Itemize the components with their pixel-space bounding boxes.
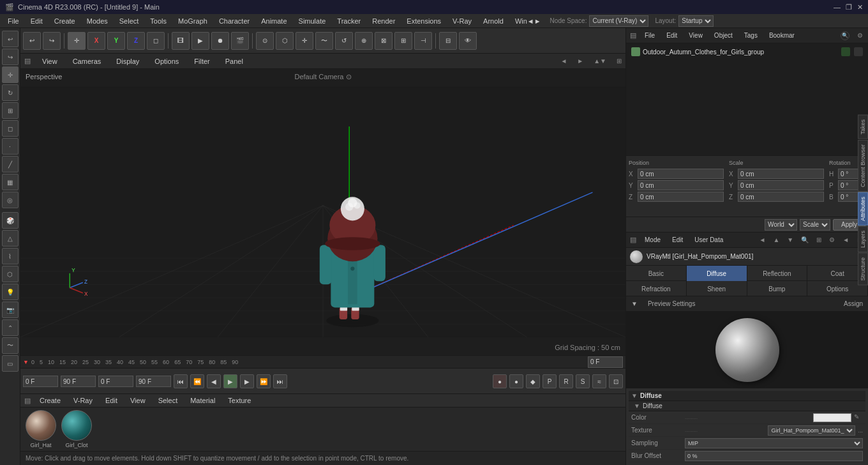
- attr-texture-browse-icon[interactable]: ...: [858, 427, 863, 434]
- diffuse-sub-expand[interactable]: ▼: [634, 402, 640, 409]
- menu-tools[interactable]: Tools: [145, 16, 172, 26]
- menu-mograph[interactable]: MoGraph: [173, 16, 213, 26]
- viewport-fullscreen[interactable]: ⊞: [617, 57, 622, 65]
- attr-preview-settings-label[interactable]: Preview Settings: [648, 300, 695, 307]
- side-tab-structure[interactable]: Structure: [858, 253, 868, 286]
- play-icon[interactable]: ▶: [191, 32, 209, 50]
- maximize-button[interactable]: ❐: [846, 3, 852, 11]
- attr-tab-sheen[interactable]: Sheen: [687, 281, 747, 296]
- current-frame2-input[interactable]: [98, 376, 133, 387]
- titlebar-controls[interactable]: — ❐ ✕: [834, 3, 863, 11]
- menu-character[interactable]: Character: [214, 16, 255, 26]
- motion-end[interactable]: ⊡: [609, 374, 623, 388]
- scale-tool[interactable]: ⊞: [2, 102, 19, 119]
- obj-menu-view[interactable]: View: [685, 31, 706, 40]
- attr-tab-refraction[interactable]: Refraction: [626, 281, 687, 296]
- attr-tab-reflection[interactable]: Reflection: [747, 266, 808, 281]
- view-icon[interactable]: 👁: [459, 32, 477, 50]
- coord-z-input[interactable]: [638, 192, 724, 202]
- prev-frame-button[interactable]: ◀: [207, 374, 221, 388]
- coord-y-input[interactable]: [638, 180, 724, 190]
- viewport-menu-cameras[interactable]: Cameras: [69, 56, 105, 66]
- pos-keyframe[interactable]: P: [542, 374, 557, 388]
- connect-icon[interactable]: ⊞: [394, 32, 412, 50]
- attr-settings-icon[interactable]: ⚙: [829, 236, 835, 243]
- viewport-menu-view[interactable]: View: [38, 56, 61, 66]
- move-icon[interactable]: ✛: [68, 32, 86, 50]
- record-button[interactable]: ●: [509, 374, 523, 388]
- rotate-z-icon[interactable]: Z: [127, 32, 145, 50]
- menu-animate[interactable]: Animate: [256, 16, 292, 26]
- material-menu-edit[interactable]: Edit: [101, 395, 121, 406]
- minimize-button[interactable]: —: [834, 3, 841, 11]
- attr-prev-icon[interactable]: ◄: [842, 236, 849, 243]
- menu-win[interactable]: Win◄►: [510, 16, 546, 26]
- attr-menu-edit[interactable]: Edit: [669, 235, 686, 245]
- material-menu-vray[interactable]: V-Ray: [70, 395, 96, 406]
- close-button[interactable]: ✕: [857, 3, 863, 11]
- attr-assign-label[interactable]: Assign: [844, 300, 863, 307]
- coord-sz-input[interactable]: [738, 192, 824, 202]
- viewport-menu-filter[interactable]: Filter: [190, 56, 213, 66]
- symmetry-icon[interactable]: ⊣: [414, 32, 432, 50]
- attr-menu-toggle[interactable]: ▤: [630, 236, 636, 244]
- keyframe-button[interactable]: ◆: [526, 374, 540, 388]
- bool-icon[interactable]: ⊕: [355, 32, 373, 50]
- edge-mode[interactable]: ╱: [2, 156, 19, 172]
- play-button[interactable]: ▶: [223, 374, 237, 388]
- obj-menu-bookmarks[interactable]: Bookmar: [766, 31, 798, 40]
- side-tab-layers[interactable]: Layers: [858, 226, 868, 252]
- sphere-icon[interactable]: ⊙: [256, 32, 274, 50]
- menu-extensions[interactable]: Extensions: [401, 16, 446, 26]
- material-menu-material[interactable]: Material: [186, 395, 219, 406]
- axis-icon[interactable]: ✛: [296, 32, 313, 50]
- layout-select[interactable]: Startup: [678, 15, 714, 27]
- obj-visibility-dot[interactable]: [841, 47, 850, 56]
- menu-arnold[interactable]: Arnold: [478, 16, 509, 26]
- undo-button[interactable]: ↩: [2, 31, 19, 47]
- autokey-button[interactable]: ●: [493, 374, 507, 388]
- polygon-obj[interactable]: △: [2, 230, 19, 247]
- viewport-menu-display[interactable]: Display: [112, 56, 143, 66]
- end-frame2-input[interactable]: [136, 376, 171, 387]
- light-obj[interactable]: 💡: [2, 284, 19, 300]
- side-tab-takes[interactable]: Takes: [858, 115, 868, 139]
- obj-menu-tags[interactable]: Tags: [741, 31, 761, 40]
- material-girl-hat[interactable]: Girl_Hat: [26, 410, 56, 448]
- instance-icon[interactable]: ⊠: [375, 32, 393, 50]
- coord-sy-input[interactable]: [738, 180, 824, 190]
- attr-tab-bump[interactable]: Bump: [747, 281, 808, 296]
- cube-icon[interactable]: ⬡: [276, 32, 294, 50]
- spline-obj[interactable]: 〜: [2, 337, 19, 354]
- coord-x-input[interactable]: [638, 169, 724, 179]
- viewport-menu-options[interactable]: Options: [151, 56, 183, 66]
- render-icon[interactable]: 🎬: [231, 32, 249, 50]
- obj-menu-object[interactable]: Object: [711, 31, 736, 40]
- rotate-tool[interactable]: ↻: [2, 84, 19, 101]
- attr-grid-icon[interactable]: ⊞: [816, 236, 821, 243]
- menu-tracker[interactable]: Tracker: [332, 16, 366, 26]
- prev-key-button[interactable]: ⏪: [190, 374, 204, 388]
- material-menu-select[interactable]: Select: [154, 395, 182, 406]
- node-space-select[interactable]: Current (V-Ray): [589, 15, 648, 27]
- film-icon[interactable]: 🎞: [172, 32, 190, 50]
- material-menu-toggle[interactable]: ▤: [24, 397, 31, 405]
- obj-menu-toggle[interactable]: ▤: [630, 31, 636, 40]
- object-row-main[interactable]: Outdoor_Autumn_Clothes_for_Girls_group: [629, 46, 865, 57]
- menu-render[interactable]: Render: [367, 16, 400, 26]
- attr-sampling-select[interactable]: MIP None SAT: [685, 438, 863, 448]
- current-frame-input[interactable]: 0 F: [588, 356, 623, 368]
- rotate-x-icon[interactable]: X: [87, 32, 105, 50]
- redo-toolbar[interactable]: ↪: [43, 32, 61, 50]
- point-mode[interactable]: ·: [2, 138, 19, 155]
- attr-tab-diffuse[interactable]: Diffuse: [687, 266, 747, 281]
- material-menu-view[interactable]: View: [126, 395, 149, 406]
- attr-down-icon[interactable]: ▼: [787, 236, 793, 243]
- rotate-y-icon[interactable]: Y: [107, 32, 125, 50]
- model-icon[interactable]: 🎲: [2, 212, 19, 229]
- undo-toolbar[interactable]: ↩: [23, 32, 41, 50]
- poly-mode[interactable]: ▦: [2, 174, 19, 190]
- attr-expand-icon[interactable]: ▼: [631, 300, 638, 307]
- side-tab-content-browser[interactable]: Content Browser: [858, 140, 868, 192]
- coord-scale-select[interactable]: Scale: [800, 219, 830, 231]
